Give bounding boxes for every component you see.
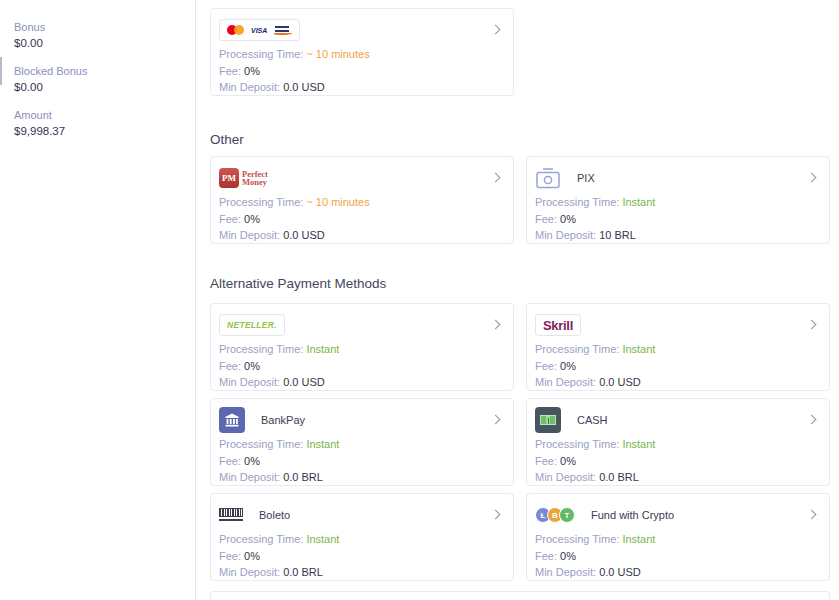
blocked-bonus-stat: Blocked Bonus $0.00 [14,64,195,95]
method-name: Boleto [259,509,290,521]
chevron-right-icon [491,510,501,520]
method-name: CASH [577,414,608,426]
payment-method-card-pix[interactable]: PIX Processing Time:Instant Fee:0% Min D… [526,156,830,244]
processing-time-label: Processing Time: [219,438,303,450]
amount-stat: Amount $9,998.37 [14,108,195,139]
processing-time-label: Processing Time: [535,343,619,355]
method-name: PIX [577,172,595,184]
min-deposit-value: 0.0 BRL [599,471,639,483]
next-card-partial[interactable] [210,591,830,600]
bank-building-icon [219,407,245,433]
other-card-grid: PM PerfectMoney Processing Time:~ 10 min… [210,156,830,244]
fee-label: Fee: [219,65,241,77]
fee-value: 0% [244,65,260,77]
processing-time-label: Processing Time: [219,196,303,208]
perfect-money-word2: Money [242,177,267,187]
section-title-alternative: Alternative Payment Methods [210,276,830,291]
skrill-logo: Skrill [535,314,581,336]
fee-label: Fee: [219,550,241,562]
pix-terminal-icon [535,167,561,189]
amount-value: $9,998.37 [14,123,195,139]
boleto-barcode-icon [219,508,243,522]
min-deposit-value: 0.0 USD [599,566,641,578]
processing-time-value: Instant [306,533,339,545]
min-deposit-label: Min Deposit: [535,566,596,578]
fee-label: Fee: [535,213,557,225]
bank-cards-logo: VISA [219,19,300,41]
payment-method-card-boleto[interactable]: Boleto Processing Time:Instant Fee:0% Mi… [210,493,514,581]
min-deposit-value: 0.0 USD [283,376,325,388]
fee-label: Fee: [535,455,557,467]
tether-icon: T [559,507,575,523]
payment-method-card-perfect-money[interactable]: PM PerfectMoney Processing Time:~ 10 min… [210,156,514,244]
min-deposit-value: 10 BRL [599,229,636,241]
payment-method-card-neteller[interactable]: NETELLER. Processing Time:Instant Fee:0%… [210,303,514,391]
amount-label: Amount [14,108,195,123]
fee-label: Fee: [219,360,241,372]
bonus-stat: Bonus $0.00 [14,20,195,51]
processing-time-value: Instant [306,343,339,355]
min-deposit-label: Min Deposit: [219,471,280,483]
processing-time-label: Processing Time: [535,533,619,545]
chevron-right-icon [491,415,501,425]
processing-time-value: Instant [306,438,339,450]
processing-time-value: Instant [622,343,655,355]
processing-time-label: Processing Time: [535,438,619,450]
min-deposit-label: Min Deposit: [219,566,280,578]
processing-time-label: Processing Time: [535,196,619,208]
crypto-coins-icon: Ł B T [535,507,575,523]
processing-time-value: Instant [622,533,655,545]
processing-time-label: Processing Time: [219,343,303,355]
neteller-logo: NETELLER. [219,314,285,336]
fee-label: Fee: [535,360,557,372]
min-deposit-value: 0.0 BRL [283,566,323,578]
processing-time-value: Instant [622,438,655,450]
payment-method-card-crypto[interactable]: Ł B T Fund with Crypto Processing Time:I… [526,493,830,581]
fee-value: 0% [244,455,260,467]
chevron-right-icon [807,415,817,425]
chevron-right-icon [807,173,817,183]
fee-label: Fee: [219,455,241,467]
blocked-bonus-label: Blocked Bonus [14,64,195,79]
min-deposit-value: 0.0 USD [599,376,641,388]
chevron-right-icon [491,320,501,330]
chevron-right-icon [491,173,501,183]
fee-value: 0% [560,455,576,467]
payment-method-card-skrill[interactable]: Skrill Processing Time:Instant Fee:0% Mi… [526,303,830,391]
min-deposit-value: 0.0 USD [283,81,325,93]
min-deposit-label: Min Deposit: [535,376,596,388]
processing-time-label: Processing Time: [219,533,303,545]
min-deposit-label: Min Deposit: [219,81,280,93]
method-name: Fund with Crypto [591,509,674,521]
fee-value: 0% [560,360,576,372]
alternative-card-grid: NETELLER. Processing Time:Instant Fee:0%… [210,303,830,581]
fee-value: 0% [560,550,576,562]
min-deposit-label: Min Deposit: [219,229,280,241]
fee-value: 0% [244,360,260,372]
blocked-bonus-value: $0.00 [14,79,195,95]
deposit-payment-methods-page: Bonus $0.00 Blocked Bonus $0.00 Amount $… [0,0,839,600]
payment-method-card-cash[interactable]: CASH Processing Time:Instant Fee:0% Min … [526,398,830,486]
chevron-right-icon [807,320,817,330]
fee-value: 0% [560,213,576,225]
processing-time-label: Processing Time: [219,48,303,60]
fee-label: Fee: [219,213,241,225]
card-brand-icon [274,25,292,35]
method-name: BankPay [261,414,305,426]
perfect-money-icon: PM [219,168,239,188]
processing-time-value: ~ 10 minutes [306,48,369,60]
cash-banknote-icon [535,407,561,433]
min-deposit-label: Min Deposit: [535,471,596,483]
chevron-right-icon [491,25,501,35]
payment-method-card-bankpay[interactable]: BankPay Processing Time:Instant Fee:0% M… [210,398,514,486]
bonus-label: Bonus [14,20,195,35]
mastercard-icon [227,25,244,35]
chevron-right-icon [807,510,817,520]
payment-method-card-bank-cards[interactable]: VISA Processing Time:~ 10 minutes Fee:0%… [210,8,514,96]
min-deposit-value: 0.0 USD [283,229,325,241]
min-deposit-value: 0.0 BRL [283,471,323,483]
fee-value: 0% [244,550,260,562]
fee-label: Fee: [535,550,557,562]
perfect-money-logo: PM PerfectMoney [219,168,268,188]
processing-time-value: ~ 10 minutes [306,196,369,208]
